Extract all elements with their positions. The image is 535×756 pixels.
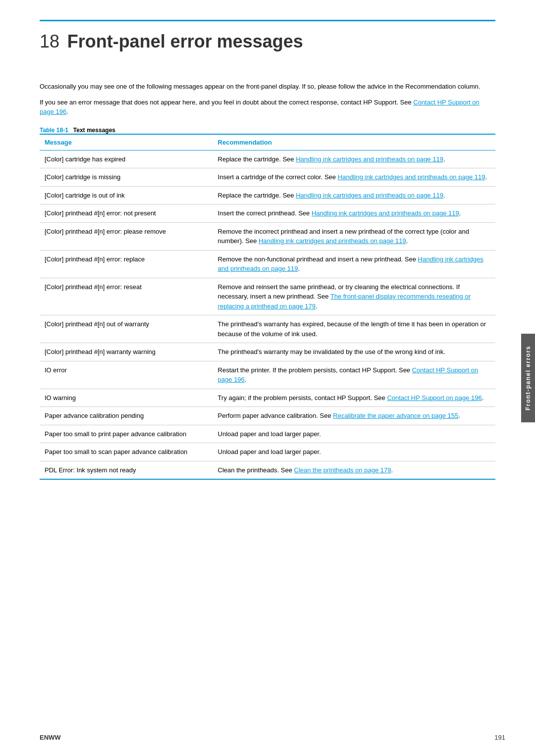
recommendation-cell: Replace the cartridge. See Handling ink … <box>213 186 495 204</box>
recommendation-link[interactable]: Handling ink cartridges and printheads o… <box>296 192 443 199</box>
message-cell: [Color] printhead #[n] warranty warning <box>40 343 213 361</box>
recommendation-cell: Remove the non-functional printhead and … <box>213 250 495 278</box>
intro-paragraph2: If you see an error message that does no… <box>40 98 495 117</box>
message-cell: Paper advance calibration pending <box>40 407 213 425</box>
table-row: [Color] printhead #[n] error: please rem… <box>40 222 495 250</box>
recommendation-cell: Clean the printheads. See Clean the prin… <box>213 461 495 479</box>
table-row: [Color] cartridge is out of inkReplace t… <box>40 186 495 204</box>
recommendation-cell: The printhead's warranty may be invalida… <box>213 343 495 361</box>
table-row: IO errorRestart the printer. If the prob… <box>40 361 495 389</box>
message-cell: [Color] printhead #[n] error: please rem… <box>40 222 213 250</box>
recommendation-cell: Try again; if the problem persists, cont… <box>213 389 495 407</box>
message-cell: [Color] printhead #[n] error: reseat <box>40 278 213 315</box>
table-row: [Color] printhead #[n] error: not presen… <box>40 204 495 223</box>
recommendation-cell: Insert the correct printhead. See Handli… <box>213 204 495 223</box>
recommendation-link[interactable]: Recalibrate the paper advance on page 15… <box>333 412 458 419</box>
message-cell: IO warning <box>40 389 213 407</box>
recommendation-link[interactable]: Handling ink cartridges and printheads o… <box>296 155 443 163</box>
recommendation-cell: Insert a cartridge of the correct color.… <box>213 168 495 187</box>
message-cell: PDL Error: Ink system not ready <box>40 461 213 479</box>
message-cell: [Color] printhead #[n] error: not presen… <box>40 204 213 223</box>
message-cell: [Color] printhead #[n] error: replace <box>40 250 213 278</box>
page-container: 18 Front-panel error messages Occasional… <box>0 0 535 756</box>
recommendation-cell: Replace the cartridge. See Handling ink … <box>213 150 495 168</box>
message-cell: IO error <box>40 361 213 389</box>
message-cell: [Color] printhead #[n] out of warranty <box>40 315 213 343</box>
col-header-message: Message <box>40 134 213 151</box>
table-caption-label: Table 18-1 <box>40 127 68 134</box>
table-row: [Color] printhead #[n] warranty warningT… <box>40 343 495 361</box>
table-header-row: Message Recommendation <box>40 134 495 151</box>
recommendation-cell: Unload paper and load larger paper. <box>213 443 495 461</box>
table-row: [Color] printhead #[n] error: replaceRem… <box>40 250 495 278</box>
table-row: IO warningTry again; if the problem pers… <box>40 389 495 407</box>
table-row: Paper advance calibration pendingPerform… <box>40 407 495 425</box>
recommendation-link[interactable]: Clean the printheads on page 179 <box>294 466 391 474</box>
recommendation-link[interactable]: Contact HP Support on page 196 <box>387 394 482 402</box>
recommendation-cell: Unload paper and load larger paper. <box>213 425 495 443</box>
sidebar-tab-container: Front-panel errors <box>521 0 535 756</box>
recommendation-link[interactable]: Handling ink cartridges and printheads o… <box>338 173 485 181</box>
table-row: PDL Error: Ink system not readyClean the… <box>40 461 495 479</box>
table-row: [Color] cartridge has expiredReplace the… <box>40 150 495 168</box>
recommendation-link[interactable]: Handling ink cartridges and printheads o… <box>259 237 406 245</box>
chapter-title: Front-panel error messages <box>67 31 303 51</box>
recommendation-cell: Restart the printer. If the problem pers… <box>213 361 495 389</box>
table-row: Paper too small to print paper advance c… <box>40 425 495 443</box>
intro-paragraph1: Occasionally you may see one of the foll… <box>40 82 495 92</box>
chapter-header: 18 Front-panel error messages <box>40 20 495 52</box>
recommendation-cell: Remove and reinsert the same printhead, … <box>213 278 495 315</box>
table-row: Paper too small to scan paper advance ca… <box>40 443 495 461</box>
table-caption-text: Text messages <box>70 127 115 134</box>
message-cell: Paper too small to print paper advance c… <box>40 425 213 443</box>
col-header-recommendation: Recommendation <box>213 134 495 151</box>
message-cell: Paper too small to scan paper advance ca… <box>40 443 213 461</box>
recommendation-cell: Remove the incorrect printhead and inser… <box>213 222 495 250</box>
table-caption: Table 18-1 Text messages <box>40 127 495 134</box>
message-cell: [Color] cartridge is missing <box>40 168 213 187</box>
recommendation-link[interactable]: Handling ink cartridges and printheads o… <box>312 209 459 217</box>
table-row: [Color] cartridge is missingInsert a car… <box>40 168 495 187</box>
chapter-number: 18 <box>40 31 59 51</box>
table-row: [Color] printhead #[n] error: reseatRemo… <box>40 278 495 315</box>
recommendation-cell: Perform paper advance calibration. See R… <box>213 407 495 425</box>
recommendation-cell: The printhead's warranty has expired, be… <box>213 315 495 343</box>
message-cell: [Color] cartridge has expired <box>40 150 213 168</box>
footer-left: ENWW <box>40 734 61 741</box>
sidebar-tab: Front-panel errors <box>521 334 535 422</box>
message-cell: [Color] cartridge is out of ink <box>40 186 213 204</box>
content-area: 18 Front-panel error messages Occasional… <box>0 0 535 756</box>
table-row: [Color] printhead #[n] out of warrantyTh… <box>40 315 495 343</box>
error-table: Message Recommendation [Color] cartridge… <box>40 134 495 480</box>
footer-right: 191 <box>494 734 505 741</box>
footer: ENWW 191 <box>40 734 505 741</box>
